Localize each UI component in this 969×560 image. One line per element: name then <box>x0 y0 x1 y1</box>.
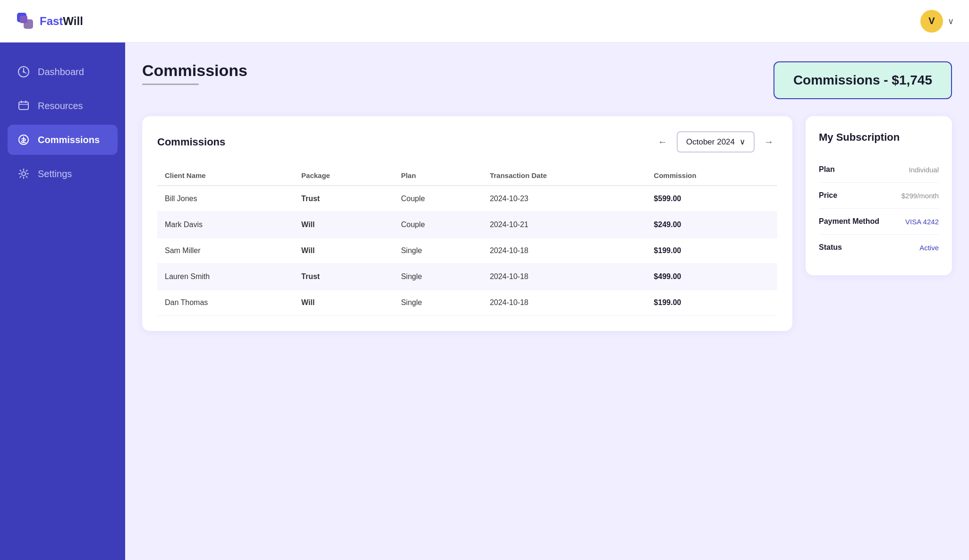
cell-client: Mark Davis <box>157 212 294 238</box>
sidebar-item-dashboard-label: Dashboard <box>38 67 84 77</box>
commissions-card: Commissions ← October 2024 ∨ → Client Na… <box>142 116 792 331</box>
col-package: Package <box>294 166 393 186</box>
dashboard-icon <box>17 65 30 78</box>
logo-text: FastWill <box>40 15 83 28</box>
sidebar-item-settings-label: Settings <box>38 169 72 179</box>
col-plan: Plan <box>393 166 482 186</box>
prev-month-button[interactable]: ← <box>654 135 671 149</box>
cell-commission: $249.00 <box>646 212 777 238</box>
cell-date: 2024-10-18 <box>482 238 646 264</box>
page-header: Commissions Commissions - $1,745 <box>142 61 952 99</box>
sub-value[interactable]: VISA 4242 <box>905 218 939 226</box>
cell-package: Will <box>294 238 393 264</box>
sidebar-item-dashboard[interactable]: Dashboard <box>8 57 118 87</box>
svg-point-4 <box>23 71 25 73</box>
sub-value: Individual <box>909 166 939 174</box>
cell-date: 2024-10-23 <box>482 186 646 212</box>
topnav: FastWill V ∨ <box>0 0 969 42</box>
page-title: Commissions <box>142 61 247 80</box>
page-title-underline <box>142 84 199 85</box>
cell-date: 2024-10-18 <box>482 290 646 316</box>
sidebar-item-resources-label: Resources <box>38 101 83 111</box>
svg-rect-5 <box>19 102 28 110</box>
layout: Dashboard Resources Commissions <box>0 42 969 560</box>
subscription-row: Status Active <box>819 235 939 260</box>
subscription-row: Plan Individual <box>819 157 939 183</box>
cell-package: Trust <box>294 264 393 290</box>
avatar[interactable]: V <box>920 10 943 33</box>
table-header-row: Client Name Package Plan Transaction Dat… <box>157 166 777 186</box>
cell-client: Sam Miller <box>157 238 294 264</box>
sidebar-item-settings[interactable]: Settings <box>8 159 118 189</box>
table-body: Bill Jones Trust Couple 2024-10-23 $599.… <box>157 186 777 316</box>
sub-label: Status <box>819 243 842 252</box>
svg-rect-2 <box>20 16 27 23</box>
user-area[interactable]: V ∨ <box>920 10 954 33</box>
sidebar-item-commissions[interactable]: Commissions <box>8 125 118 155</box>
table-row: Mark Davis Will Couple 2024-10-21 $249.0… <box>157 212 777 238</box>
table-row: Bill Jones Trust Couple 2024-10-23 $599.… <box>157 186 777 212</box>
content-area: Commissions ← October 2024 ∨ → Client Na… <box>142 116 952 331</box>
subscription-title: My Subscription <box>819 131 939 144</box>
commissions-icon <box>17 133 30 146</box>
resources-icon <box>17 99 30 112</box>
cell-plan: Single <box>393 290 482 316</box>
cell-date: 2024-10-18 <box>482 264 646 290</box>
commissions-badge: Commissions - $1,745 <box>774 61 952 99</box>
cell-package: Will <box>294 290 393 316</box>
card-title: Commissions <box>157 136 225 148</box>
next-month-button[interactable]: → <box>760 135 777 149</box>
cell-client: Bill Jones <box>157 186 294 212</box>
table-row: Lauren Smith Trust Single 2024-10-18 $49… <box>157 264 777 290</box>
cell-client: Dan Thomas <box>157 290 294 316</box>
cell-plan: Couple <box>393 212 482 238</box>
main-content: Commissions Commissions - $1,745 Commiss… <box>125 42 969 560</box>
cell-package: Trust <box>294 186 393 212</box>
svg-rect-6 <box>21 101 22 103</box>
col-client-name: Client Name <box>157 166 294 186</box>
settings-icon <box>17 167 30 180</box>
sidebar-item-commissions-label: Commissions <box>38 135 100 145</box>
table-header: Client Name Package Plan Transaction Dat… <box>157 166 777 186</box>
cell-date: 2024-10-21 <box>482 212 646 238</box>
cell-commission: $499.00 <box>646 264 777 290</box>
cell-plan: Couple <box>393 186 482 212</box>
sidebar-item-resources[interactable]: Resources <box>8 91 118 121</box>
cell-commission: $199.00 <box>646 290 777 316</box>
subscription-row: Price $299/month <box>819 183 939 209</box>
svg-point-9 <box>22 172 26 176</box>
sub-value: $299/month <box>901 192 939 200</box>
cell-commission: $599.00 <box>646 186 777 212</box>
sub-label: Price <box>819 191 837 200</box>
col-commission: Commission <box>646 166 777 186</box>
date-nav: ← October 2024 ∨ → <box>654 131 777 153</box>
sub-label: Plan <box>819 165 835 174</box>
cell-client: Lauren Smith <box>157 264 294 290</box>
cell-plan: Single <box>393 264 482 290</box>
chevron-down-icon[interactable]: ∨ <box>948 16 954 26</box>
sidebar: Dashboard Resources Commissions <box>0 42 125 560</box>
page-title-area: Commissions <box>142 61 247 85</box>
dropdown-arrow-icon: ∨ <box>740 137 745 147</box>
sub-value[interactable]: Active <box>919 244 939 252</box>
logo-icon <box>15 11 36 32</box>
commissions-table: Client Name Package Plan Transaction Dat… <box>157 166 777 316</box>
month-dropdown[interactable]: October 2024 ∨ <box>677 131 755 153</box>
subscription-row: Payment Method VISA 4242 <box>819 209 939 235</box>
cell-commission: $199.00 <box>646 238 777 264</box>
cell-package: Will <box>294 212 393 238</box>
logo[interactable]: FastWill <box>15 11 83 32</box>
card-header: Commissions ← October 2024 ∨ → <box>157 131 777 153</box>
col-transaction-date: Transaction Date <box>482 166 646 186</box>
svg-rect-7 <box>25 101 26 103</box>
table-row: Dan Thomas Will Single 2024-10-18 $199.0… <box>157 290 777 316</box>
sub-label: Payment Method <box>819 217 879 226</box>
selected-month-label: October 2024 <box>686 137 735 147</box>
subscription-panel: My Subscription Plan Individual Price $2… <box>806 116 952 275</box>
table-row: Sam Miller Will Single 2024-10-18 $199.0… <box>157 238 777 264</box>
cell-plan: Single <box>393 238 482 264</box>
subscription-rows: Plan Individual Price $299/month Payment… <box>819 157 939 260</box>
